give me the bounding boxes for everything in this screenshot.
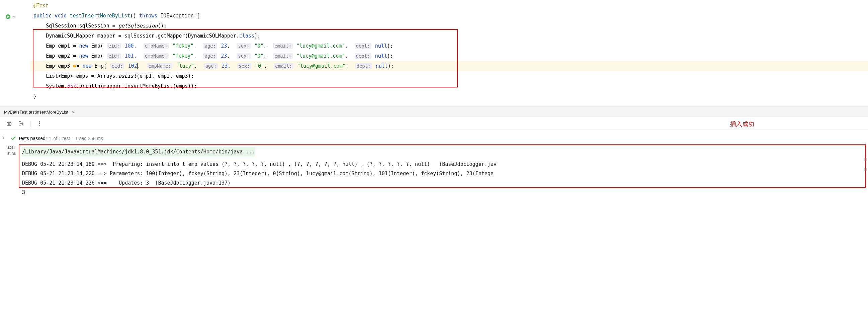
code-line: Emp emp2 = new Emp( eid: 101, empName: "… bbox=[30, 51, 868, 61]
editor-gutter bbox=[0, 1, 30, 101]
console-line: DEBUG 05-21 21:23:14,220 ==> Parameters:… bbox=[22, 169, 865, 178]
tab-label: MyBatisTest.testInsertMoreByList bbox=[4, 110, 68, 115]
chevron-right-icon[interactable] bbox=[1, 136, 5, 140]
code-line: SqlSession sqlSession = getSqlSession(); bbox=[30, 21, 868, 31]
side-tab-b[interactable]: stIns bbox=[7, 150, 19, 157]
divider bbox=[30, 120, 30, 127]
code-editor[interactable]: @Test public void testInsertMoreByList()… bbox=[0, 0, 868, 107]
code-line: @Test bbox=[30, 1, 868, 11]
run-test-icon[interactable] bbox=[5, 14, 11, 20]
run-tab-bar: MyBatisTest.testInsertMoreByList × bbox=[0, 107, 868, 117]
code-line: DynamicSQLMapper mapper = sqlSession.get… bbox=[30, 31, 868, 41]
scrollbar-marker[interactable] bbox=[864, 168, 867, 171]
svg-point-3 bbox=[39, 121, 40, 122]
scrollbar-marker[interactable] bbox=[864, 158, 867, 161]
exit-icon[interactable] bbox=[18, 120, 24, 127]
code-line: } bbox=[30, 91, 868, 101]
screenshot-icon[interactable] bbox=[6, 120, 12, 127]
console-output[interactable]: /Library/Java/JavaVirtualMachines/jdk1.8… bbox=[19, 144, 868, 200]
svg-point-5 bbox=[39, 125, 40, 126]
console-line: DEBUG 05-21 21:23:14,189 ==> Preparing: … bbox=[22, 160, 865, 169]
side-tab-a[interactable]: atisT bbox=[7, 144, 19, 150]
code-line: System.out.println(mapper.insertMoreByLi… bbox=[30, 81, 868, 91]
console-line: DEBUG 05-21 21:23:14,226 <== Updates: 3 … bbox=[22, 178, 865, 188]
code-line: List<Emp> emps = Arrays.asList(emp1, emp… bbox=[30, 71, 868, 81]
svg-point-2 bbox=[8, 123, 10, 125]
tab-test-run[interactable]: MyBatisTest.testInsertMoreByList × bbox=[3, 109, 76, 115]
code-line-active: Emp emp3 = new Emp( eid: 102, empName: "… bbox=[30, 61, 868, 71]
code-line: public void testInsertMoreByList() throw… bbox=[30, 11, 868, 21]
check-icon bbox=[11, 136, 16, 141]
chevron-down-icon[interactable] bbox=[12, 15, 16, 19]
console-line-cmd: /Library/Java/JavaVirtualMachines/jdk1.8… bbox=[22, 147, 255, 157]
console-line: 3 bbox=[22, 188, 865, 197]
more-icon[interactable] bbox=[36, 120, 42, 127]
warning-indicator-icon[interactable] bbox=[73, 65, 75, 67]
code-line: Emp emp1 = new Emp( eid: 100, empName: "… bbox=[30, 41, 868, 51]
annotation-insert-success: 插入成功 bbox=[730, 120, 754, 128]
tests-passed-status: Tests passed: 1 of 1 test – 1 sec 258 ms bbox=[7, 134, 868, 144]
close-icon[interactable]: × bbox=[72, 109, 74, 115]
svg-point-4 bbox=[39, 123, 40, 124]
console-side-tabs[interactable]: atisT stIns bbox=[7, 144, 19, 200]
